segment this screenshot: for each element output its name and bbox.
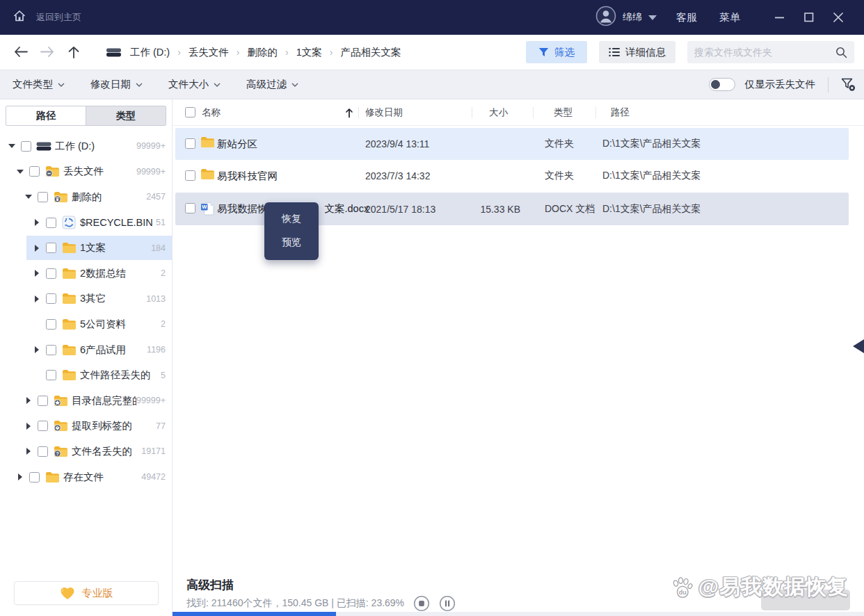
panel-collapse-arrow-icon[interactable]: [853, 339, 864, 353]
back-to-home-button[interactable]: 返回到主页: [0, 9, 81, 26]
column-header-size[interactable]: 大小: [489, 99, 508, 126]
tree-checkbox[interactable]: [46, 370, 56, 380]
context-menu-item-预览[interactable]: 预览: [264, 231, 319, 254]
up-button[interactable]: [61, 40, 86, 65]
expander-right-icon[interactable]: [24, 397, 33, 404]
chevron-down-icon: [648, 15, 657, 20]
tree-checkbox[interactable]: [46, 319, 56, 330]
row-checkbox[interactable]: [185, 138, 195, 149]
expander-right-icon[interactable]: [32, 219, 42, 226]
maximize-button[interactable]: [797, 7, 821, 28]
table-row[interactable]: 新站分区2023/9/4 13:11文件夹D:\1文案\产品相关文案: [175, 128, 849, 160]
pause-scan-button[interactable]: [439, 595, 456, 612]
row-checkbox[interactable]: [185, 170, 195, 181]
search-icon[interactable]: [835, 47, 847, 58]
tree-item-count: 99999+: [136, 167, 172, 177]
user-account-menu[interactable]: 绵绵: [595, 6, 657, 29]
tree-item-提取到标签的[interactable]: 提取到标签的77: [0, 414, 172, 439]
details-button[interactable]: 详细信息: [599, 41, 675, 63]
tree-checkbox[interactable]: [46, 218, 56, 228]
expander-right-icon[interactable]: [32, 245, 42, 252]
tree-checkbox[interactable]: [46, 293, 56, 304]
breadcrumb-item[interactable]: 1文案: [296, 46, 322, 59]
tree-item-3其它[interactable]: 3其它1013: [0, 286, 172, 312]
tree-checkbox[interactable]: [46, 268, 56, 279]
sidebar-tab-路径[interactable]: 路径: [6, 106, 86, 125]
breadcrumb-separator-icon: ›: [330, 47, 333, 58]
tree-item-count: 2457: [146, 192, 172, 202]
back-button[interactable]: [8, 40, 33, 65]
tree-item-存在文件[interactable]: 存在文件49472: [0, 464, 172, 490]
tree-item-label: 5公司资料: [80, 318, 161, 331]
show-lost-files-toggle[interactable]: [709, 78, 735, 91]
tree-checkbox[interactable]: [38, 396, 48, 406]
expander-right-icon[interactable]: [32, 295, 42, 302]
file-type: 文件夹: [545, 160, 574, 192]
row-checkbox[interactable]: [185, 203, 195, 213]
tree-item-5公司资料[interactable]: 5公司资料2: [0, 311, 172, 337]
column-header-name[interactable]: 名称: [202, 99, 221, 126]
search-input[interactable]: [694, 47, 835, 58]
stop-scan-button[interactable]: [413, 595, 430, 612]
tree-item-文件名丢失的[interactable]: ?文件名丢失的19171: [0, 439, 172, 464]
clear-filter-icon[interactable]: [841, 78, 856, 92]
context-menu-item-恢复[interactable]: 恢复: [264, 207, 319, 231]
tree-item-删除的[interactable]: 删除的2457: [0, 184, 172, 210]
tree-checkbox[interactable]: [38, 446, 48, 457]
column-header-date[interactable]: 修改日期: [365, 99, 403, 126]
tree-item-label: 2数据总结: [80, 267, 161, 280]
sort-ascending-icon[interactable]: [345, 99, 353, 126]
close-button[interactable]: [826, 7, 850, 28]
tree-checkbox[interactable]: [38, 192, 48, 202]
filter-dropdown-文件大小[interactable]: 文件大小: [168, 78, 221, 91]
breadcrumb-item[interactable]: 删除的: [248, 46, 278, 59]
expander-down-icon[interactable]: [15, 170, 25, 174]
table-row[interactable]: 易我科技官网2023/7/3 14:32文件夹D:\1文案\产品相关文案: [175, 160, 849, 192]
tree-checkbox[interactable]: [29, 472, 40, 483]
filter-dropdown-高级过滤[interactable]: 高级过滤: [246, 78, 298, 91]
folder-icon: [200, 136, 215, 151]
tree-item-1文案[interactable]: 1文案184: [0, 235, 172, 261]
customer-service-link[interactable]: 客服: [676, 11, 697, 24]
menu-link[interactable]: 菜单: [719, 11, 740, 24]
expander-right-icon[interactable]: [24, 448, 33, 455]
breadcrumb-item[interactable]: 产品相关文案: [340, 46, 401, 59]
file-name: 新站分区: [217, 128, 257, 160]
filter-dropdown-文件类型[interactable]: 文件类型: [13, 78, 65, 91]
breadcrumb-separator-icon: ›: [285, 47, 289, 58]
scan-info: 找到: 211460个文件，150.45 GB | 已扫描: 23.69%: [186, 595, 456, 612]
file-path: D:\1文案\产品相关文案: [602, 160, 701, 192]
expander-down-icon[interactable]: [24, 195, 33, 199]
tree-checkbox[interactable]: [38, 421, 48, 431]
filter-button[interactable]: 筛选: [526, 41, 587, 63]
tree-item-$RECYCLE.BIN[interactable]: $RECYCLE.BIN51: [0, 210, 172, 236]
expander-right-icon[interactable]: [15, 473, 25, 480]
select-all-checkbox[interactable]: [185, 107, 195, 117]
expander-right-icon[interactable]: [32, 346, 42, 353]
filter-dropdown-修改日期[interactable]: 修改日期: [90, 78, 143, 91]
breadcrumb-item[interactable]: 丢失文件: [189, 46, 229, 59]
watermark: du @易我数据恢复: [671, 573, 849, 601]
forward-button[interactable]: [35, 40, 60, 65]
tree-item-2数据总结[interactable]: 2数据总结2: [0, 261, 172, 286]
tree-item-目录信息完整的[interactable]: 目录信息完整的99999+: [0, 388, 172, 414]
breadcrumb-item[interactable]: 工作 (D:): [130, 46, 170, 59]
tree-item-文件路径丢失的[interactable]: 文件路径丢失的5: [0, 362, 172, 388]
column-header-path[interactable]: 路径: [611, 99, 630, 126]
pro-version-button[interactable]: 专业版: [14, 581, 159, 605]
tree-item-6产品试用[interactable]: 6产品试用1196: [0, 337, 172, 363]
list-icon: [609, 47, 620, 57]
expander-right-icon[interactable]: [24, 423, 33, 430]
sidebar-tab-类型[interactable]: 类型: [86, 106, 166, 125]
column-header-type[interactable]: 类型: [554, 99, 573, 126]
tree-checkbox[interactable]: [46, 243, 56, 253]
tree-item-工作 (D:)[interactable]: 工作 (D:)99999+: [0, 133, 172, 159]
tree-checkbox[interactable]: [46, 345, 56, 355]
tree-checkbox[interactable]: [21, 141, 31, 152]
expander-down-icon[interactable]: [7, 144, 17, 148]
context-menu: 恢复预览: [264, 202, 319, 260]
tree-checkbox[interactable]: [29, 166, 40, 177]
tree-item-丢失文件[interactable]: 丢失文件99999+: [0, 159, 172, 185]
minimize-button[interactable]: [768, 7, 792, 28]
expander-right-icon[interactable]: [32, 270, 42, 277]
